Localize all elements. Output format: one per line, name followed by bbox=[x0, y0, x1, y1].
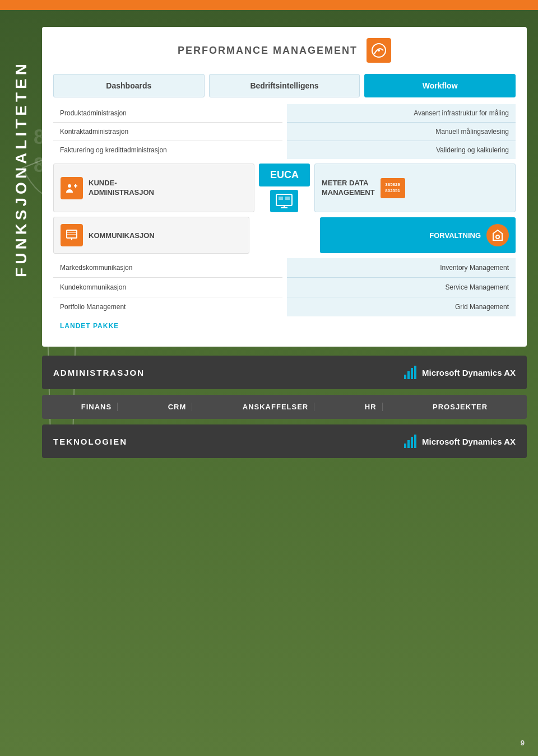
ms-dynamics-text-tek: Microsoft Dynamics AX bbox=[422, 437, 516, 446]
svg-rect-19 bbox=[285, 197, 290, 200]
main-card: PERFORMANCE MANAGEMENT Dashboards Bedrif… bbox=[42, 27, 527, 347]
meter-text: METER DATA MANAGEMENT bbox=[322, 179, 375, 198]
kunde-text: KUNDE- ADMINISTRASJON bbox=[89, 179, 154, 198]
svg-rect-20 bbox=[67, 230, 77, 238]
svg-rect-18 bbox=[279, 197, 283, 200]
left-info-col: Produktadministrasjon Kontraktadministra… bbox=[53, 104, 282, 159]
top-bar bbox=[0, 0, 538, 10]
ms-chart-icon-tek bbox=[404, 435, 416, 448]
ms-dynamics-text-admin: Microsoft Dynamics AX bbox=[422, 368, 516, 377]
euca-section: KUNDE- ADMINISTRASJON EUCA bbox=[53, 164, 516, 212]
right-row-3: Validering og kalkulering bbox=[287, 141, 516, 159]
top-three-row: Dashboards Bedriftsintelligens Workflow bbox=[53, 74, 516, 97]
bedriftsintelligens-box: Bedriftsintelligens bbox=[209, 74, 360, 97]
bottom-right-row-2: Service Management bbox=[287, 278, 516, 297]
bottom-right-row-1: Inventory Management bbox=[287, 258, 516, 278]
ms-dynamics-logo-admin: Microsoft Dynamics AX bbox=[404, 366, 516, 379]
kommunikasjon-icon bbox=[61, 224, 83, 246]
mid-info-section: Produktadministrasjon Kontraktadministra… bbox=[53, 104, 516, 159]
svg-point-13 bbox=[378, 49, 380, 52]
left-row-1: Produktadministrasjon bbox=[53, 104, 282, 123]
left-row-2: Kontraktadministrasjon bbox=[53, 123, 282, 141]
right-info-col: Avansert infrastruktur for måling Manuel… bbox=[287, 104, 516, 159]
bottom-left-col: Markedskommunikasjon Kundekommunikasjon … bbox=[53, 258, 282, 316]
finans-item-3: HR bbox=[359, 403, 383, 411]
administrasjon-label: ADMINISTRASJON bbox=[53, 368, 145, 377]
teknologien-section: TEKNOLOGIEN Microsoft Dynamics AX bbox=[42, 424, 527, 458]
euca-label: EUCA bbox=[259, 164, 310, 186]
page-vertical-title: FUNKSJONALITETEN bbox=[12, 60, 30, 277]
meter-icon: 365829 802551 bbox=[381, 178, 405, 198]
bottom-left-row-1: Markedskommunikasjon bbox=[53, 258, 282, 278]
teknologien-label: TEKNOLOGIEN bbox=[53, 437, 127, 446]
kunde-icon bbox=[61, 177, 83, 199]
komm-forv-row: KOMMUNIKASJON FORVALTNING bbox=[53, 217, 516, 254]
kommunikasjon-label: KOMMUNIKASJON bbox=[89, 231, 155, 240]
perf-title: PERFORMANCE MANAGEMENT bbox=[178, 45, 358, 57]
perf-header: PERFORMANCE MANAGEMENT bbox=[53, 38, 516, 63]
bottom-grid: Markedskommunikasjon Kundekommunikasjon … bbox=[53, 258, 516, 316]
bottom-right-col: Inventory Management Service Management … bbox=[287, 258, 516, 316]
ms-chart-icon-admin bbox=[404, 366, 416, 379]
forvaltning-icon bbox=[486, 224, 509, 246]
administrasjon-section: ADMINISTRASJON Microsoft Dynamics AX bbox=[42, 356, 527, 389]
landet-pakke-label: LANDET PAKKE bbox=[53, 316, 516, 335]
svg-point-14 bbox=[68, 184, 71, 188]
page-number: 9 bbox=[521, 739, 525, 747]
bottom-right-row-3: Grid Management bbox=[287, 297, 516, 316]
bottom-left-row-3: Portfolio Management bbox=[53, 297, 282, 316]
finans-item-4: PROSJEKTER bbox=[427, 403, 493, 411]
ms-dynamics-logo-tek: Microsoft Dynamics AX bbox=[404, 435, 516, 448]
right-row-2: Manuell målingsavlesing bbox=[287, 123, 516, 141]
bottom-left-row-2: Kundekommunikasjon bbox=[53, 278, 282, 297]
kommunikasjon-box: KOMMUNIKASJON bbox=[53, 217, 249, 254]
meter-data-box: METER DATA MANAGEMENT 365829 802551 bbox=[314, 164, 516, 212]
euca-center-col: EUCA bbox=[259, 164, 310, 212]
finans-item-0: FINANS bbox=[76, 403, 118, 411]
left-row-3: Fakturering og kredittadministrasjon bbox=[53, 141, 282, 159]
perf-icon bbox=[367, 38, 391, 63]
svg-point-24 bbox=[496, 235, 499, 239]
workflow-box: Workflow bbox=[364, 74, 516, 97]
forvaltning-box: FORVALTNING bbox=[320, 217, 516, 253]
forvaltning-label: FORVALTNING bbox=[429, 231, 481, 240]
euca-icon bbox=[270, 190, 298, 212]
dashboards-box: Dashboards bbox=[53, 74, 205, 97]
right-row-1: Avansert infrastruktur for måling bbox=[287, 104, 516, 123]
finans-item-2: ANSKAFFELSER bbox=[237, 403, 314, 411]
finans-item-1: CRM bbox=[163, 403, 193, 411]
finans-row: FINANS CRM ANSKAFFELSER HR PROSJEKTER bbox=[42, 395, 527, 419]
kunde-admin-box: KUNDE- ADMINISTRASJON bbox=[53, 164, 254, 212]
